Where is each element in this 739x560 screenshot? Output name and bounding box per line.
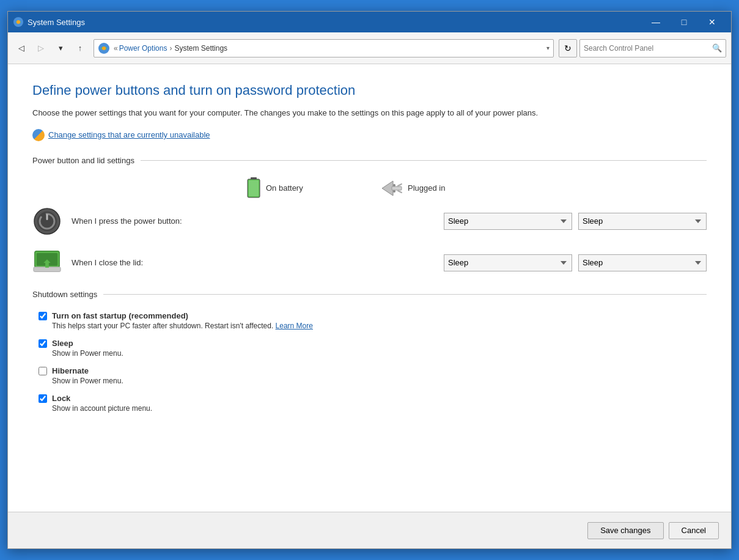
content-area: Define power buttons and turn on passwor…	[8, 64, 731, 512]
sleep-desc: Show in Power menu.	[52, 349, 123, 358]
address-bar[interactable]: « Power Options › System Settings ▾	[94, 39, 554, 57]
window-controls: — □ ✕	[642, 12, 726, 32]
fast-startup-label: Turn on fast startup (recommended)	[52, 311, 313, 320]
fast-startup-checkbox-col	[39, 311, 52, 320]
fast-startup-label-group: Turn on fast startup (recommended) This …	[52, 311, 313, 330]
breadcrumb-arrow: ›	[169, 44, 172, 53]
footer: Save changes Cancel	[8, 512, 731, 548]
sleep-checkbox-col	[39, 339, 52, 348]
on-battery-header: On battery	[246, 177, 381, 199]
power-button-label: When I press the power button:	[72, 216, 224, 226]
lock-row: Lock Show in account picture menu.	[39, 394, 707, 413]
back-icon: ◁	[18, 43, 24, 53]
uac-shield-icon	[32, 129, 45, 141]
breadcrumb-system-settings: System Settings	[174, 44, 227, 53]
sleep-checkbox[interactable]	[39, 339, 47, 348]
section2-line	[103, 294, 707, 295]
sleep-row: Sleep Show in Power menu.	[39, 339, 707, 358]
close-button[interactable]: ✕	[698, 12, 726, 32]
svg-rect-6	[249, 180, 259, 196]
hibernate-checkbox-col	[39, 366, 52, 375]
lock-label: Lock	[52, 394, 152, 403]
refresh-button[interactable]: ↻	[559, 39, 577, 57]
learn-more-link[interactable]: Learn More	[276, 322, 313, 330]
svg-point-9	[393, 184, 395, 186]
change-settings-link[interactable]: Change settings that are currently unava…	[48, 130, 210, 139]
save-button[interactable]: Save changes	[587, 522, 663, 539]
lock-label-group: Lock Show in account picture menu.	[52, 394, 152, 413]
plugged-in-header: Plugged in	[381, 180, 515, 197]
dropdown-button[interactable]: ▾	[52, 40, 69, 57]
title-bar: System Settings — □ ✕	[8, 12, 731, 32]
lid-label: When I close the lid:	[72, 258, 224, 267]
forward-button[interactable]: ▷	[32, 40, 50, 57]
battery-icon	[246, 177, 261, 199]
power-button-icon	[32, 207, 62, 236]
breadcrumb-power-options[interactable]: Power Options	[119, 44, 167, 53]
lid-row: When I close the lid: Do nothing Sleep H…	[32, 248, 707, 278]
svg-rect-8	[392, 186, 402, 190]
svg-point-3	[102, 46, 106, 50]
hibernate-row: Hibernate Show in Power menu.	[39, 366, 707, 385]
lock-checkbox[interactable]	[39, 394, 47, 403]
svg-rect-17	[34, 267, 61, 271]
window-title: System Settings	[28, 18, 642, 27]
svg-rect-14	[46, 214, 48, 220]
hibernate-desc: Show in Power menu.	[52, 377, 123, 385]
fast-startup-desc: This helps start your PC faster after sh…	[52, 322, 313, 330]
hibernate-checkbox[interactable]	[39, 367, 47, 375]
lid-plugged-select[interactable]: Do nothing Sleep Hibernate Shut down Tur…	[578, 254, 707, 271]
section1-line	[141, 160, 707, 161]
fast-startup-checkbox[interactable]	[39, 312, 47, 320]
lid-icon	[32, 248, 62, 278]
power-button-dropdowns: Do nothing Sleep Hibernate Shut down Tur…	[444, 213, 707, 230]
sleep-label: Sleep	[52, 339, 123, 348]
on-battery-label: On battery	[266, 183, 303, 193]
lock-desc: Show in account picture menu.	[52, 404, 152, 413]
lock-checkbox-col	[39, 394, 52, 403]
up-icon: ↑	[78, 43, 83, 53]
power-button-battery-select[interactable]: Do nothing Sleep Hibernate Shut down Tur…	[444, 213, 572, 230]
refresh-icon: ↻	[564, 43, 572, 53]
page-title: Define power buttons and turn on passwor…	[32, 83, 707, 98]
maximize-button[interactable]: □	[670, 12, 698, 32]
svg-point-10	[393, 190, 395, 193]
section2-title: Shutdown settings	[32, 290, 97, 299]
power-button-row: When I press the power button: Do nothin…	[32, 207, 707, 236]
search-icon: 🔍	[712, 43, 722, 53]
up-button[interactable]: ↑	[72, 40, 89, 57]
cancel-button[interactable]: Cancel	[669, 522, 719, 539]
page-description: Choose the power settings that you want …	[32, 107, 552, 119]
sleep-label-group: Sleep Show in Power menu.	[52, 339, 123, 358]
plug-icon	[381, 180, 403, 197]
power-button-section-header: Power button and lid settings	[32, 156, 707, 165]
window-icon	[13, 17, 24, 28]
svg-point-1	[17, 20, 20, 24]
shutdown-section-header: Shutdown settings	[32, 290, 707, 299]
fast-startup-row: Turn on fast startup (recommended) This …	[39, 311, 707, 330]
search-box[interactable]: 🔍	[579, 39, 726, 57]
lid-dropdowns: Do nothing Sleep Hibernate Shut down Tur…	[444, 254, 707, 271]
main-window: System Settings — □ ✕ ◁ ▷ ▾ ↑ « Power O	[7, 11, 732, 549]
section1-title: Power button and lid settings	[32, 156, 134, 165]
plugged-in-label: Plugged in	[408, 183, 445, 193]
lid-battery-select[interactable]: Do nothing Sleep Hibernate Shut down Tur…	[444, 254, 572, 271]
svg-marker-7	[382, 181, 393, 196]
breadcrumb-separator: «	[114, 44, 118, 53]
search-input[interactable]	[584, 44, 712, 53]
back-button[interactable]: ◁	[13, 40, 30, 57]
hibernate-label-group: Hibernate Show in Power menu.	[52, 366, 123, 385]
minimize-button[interactable]: —	[642, 12, 670, 32]
toolbar: ◁ ▷ ▾ ↑ « Power Options › System Setting…	[8, 32, 731, 64]
change-settings-row: Change settings that are currently unava…	[32, 129, 707, 141]
forward-icon: ▷	[38, 43, 44, 53]
dropdown-icon: ▾	[59, 43, 63, 53]
power-button-plugged-select[interactable]: Do nothing Sleep Hibernate Shut down Tur…	[578, 213, 707, 230]
hibernate-label: Hibernate	[52, 366, 123, 375]
address-dropdown-icon[interactable]: ▾	[546, 45, 550, 51]
address-icon	[98, 42, 110, 54]
